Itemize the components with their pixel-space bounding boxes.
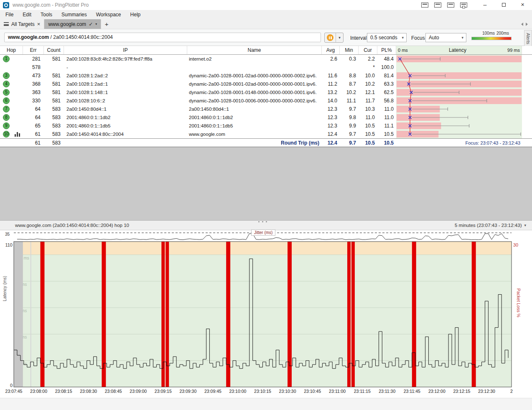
table-row[interactable]: 53635812a00:1028:1:148::1dynamic-2a00-10… — [0, 88, 532, 97]
y-axis-max-label: 110 — [4, 242, 13, 247]
tab-target[interactable]: www.google.com ✓ ▾ — [44, 19, 101, 29]
cell-name: internet.o2 — [187, 55, 322, 63]
cell-avg — [322, 63, 340, 71]
col-header-pl[interactable]: PL% — [377, 46, 396, 54]
cell-hop: 6 — [0, 97, 23, 105]
cell-pl: 63.3 — [377, 80, 396, 88]
cell-ip: 2a00:1450:80d4::1 — [64, 105, 187, 113]
scale-100ms-label: 100ms — [482, 31, 495, 36]
table-row[interactable]: 43685812a00:1028:1:2ad::1dynamic-2a00-10… — [0, 80, 532, 88]
col-header-err[interactable]: Err — [23, 46, 44, 54]
table-row[interactable]: 578-*100.0 — [0, 63, 532, 71]
table-row[interactable]: 9655832001:4860:0:1::1db52001:4860:0:1::… — [0, 122, 532, 130]
summary-row: 61 583 Round Trip (ms) 12.4 9.7 10.5 10.… — [0, 138, 532, 147]
table-row[interactable]: 10615832a00:1450:4014:80c::2004www.googl… — [0, 130, 532, 138]
monitor-icon[interactable] — [447, 3, 454, 8]
chevron-down-icon[interactable]: ▾ — [95, 22, 97, 26]
x-tick-label: 23:10:45 — [304, 389, 321, 394]
table-row[interactable]: 34735812a00:1028:1:2ad::2dynamic-2a00-10… — [0, 71, 532, 80]
summary-min: 9.7 — [340, 139, 359, 147]
menu-item-edit[interactable]: Edit — [18, 10, 36, 19]
menu-item-file[interactable]: File — [1, 10, 18, 19]
printer-icon[interactable] — [460, 3, 467, 8]
col-header-min[interactable]: Min — [340, 46, 359, 54]
hop-number-badge: 3 — [3, 72, 10, 79]
horizontal-scrollbar[interactable] — [0, 398, 532, 410]
close-tab-icon[interactable]: × — [37, 21, 41, 27]
cell-hop: 7 — [0, 105, 23, 113]
pause-dropdown[interactable]: ▾ — [336, 33, 343, 42]
close-button[interactable]: × — [513, 0, 532, 10]
new-tab-button[interactable]: + — [101, 19, 112, 29]
x-tick-label: 23:12:15 — [453, 389, 470, 394]
app-icon — [3, 2, 9, 8]
cell-count: 581 — [44, 80, 64, 88]
cell-err: 578 — [23, 63, 44, 71]
main-chart-svg: 20 ms40 ms60 ms80 ms100 ms23:07:4523:08:… — [0, 241, 532, 398]
cell-err: 64 — [23, 105, 44, 113]
cell-err: 473 — [23, 71, 44, 80]
menu-item-workspace[interactable]: Workspace — [92, 10, 126, 19]
cell-hop: 10 — [0, 130, 23, 138]
hop-number-badge: 6 — [3, 97, 10, 104]
keyboard-icon[interactable] — [421, 3, 428, 8]
cell-err: 330 — [23, 97, 44, 105]
table-row[interactable]: 7645832a00:1450:80d4::12a00:1450:80d4::1… — [0, 105, 532, 113]
cell-err: 64 — [23, 113, 44, 122]
table-row[interactable]: 12815812a00:1028:83c8:4fc2:828c:97ff:fed… — [0, 55, 532, 63]
cell-name: dynamic-2a00-1028-0010-0006-0000-0000-00… — [187, 97, 322, 105]
col-header-hop[interactable]: Hop — [0, 46, 23, 54]
jitter-label: Jitter (ms) — [251, 229, 275, 236]
col-header-avg[interactable]: Avg — [322, 46, 340, 54]
col-header-ip[interactable]: IP — [64, 46, 187, 54]
pause-resume-button[interactable]: ▾ — [324, 33, 344, 43]
x-tick-label: 23:09:00 — [130, 389, 147, 394]
cell-min: 11.1 — [340, 97, 359, 105]
focus-select[interactable]: Auto ▾ — [425, 33, 466, 42]
scroll-tabs-right-icon[interactable] — [526, 23, 528, 26]
col-header-latency[interactable]: 0 ms Latency 99 ms — [396, 46, 522, 54]
cell-min: 8.8 — [340, 71, 359, 80]
packet-loss-bar — [165, 242, 169, 387]
maximize-button[interactable] — [494, 0, 513, 10]
graph-panel-header: www.google.com (2a00:1450:4014:80c::2004… — [0, 220, 532, 230]
x-tick-label: 23:11:00 — [329, 389, 346, 394]
col-header-name[interactable]: Name — [187, 46, 322, 54]
minimize-button[interactable]: – — [476, 0, 494, 10]
col-header-cur[interactable]: Cur — [359, 46, 377, 54]
cell-latency-graph — [396, 130, 522, 138]
cell-count — [44, 63, 64, 71]
x-tick-label: 23:10:00 — [229, 389, 247, 394]
cell-pl: 11.0 — [377, 113, 396, 122]
jitter-max-label: 35 — [5, 232, 10, 237]
scale-200ms-label: 200ms — [496, 31, 509, 36]
tab-all-targets[interactable]: All Targets × — [0, 19, 44, 29]
chevron-down-icon[interactable]: ▾ — [524, 223, 526, 227]
cell-cur: 10.5 — [359, 130, 377, 138]
cell-hop — [0, 63, 23, 71]
col-header-count[interactable]: Count — [44, 46, 64, 54]
packet-loss-bar — [288, 242, 292, 387]
tab-bar: All Targets × www.google.com ✓ ▾ + — [0, 19, 532, 29]
window-layout-icon[interactable] — [434, 3, 441, 8]
table-row[interactable]: 63305812a00:1028:10:6::2dynamic-2a00-102… — [0, 97, 532, 105]
alerts-side-tab[interactable]: Alerts — [524, 30, 532, 47]
x-tick-label: 23:08:30 — [80, 389, 97, 394]
cell-min: 10.2 — [340, 88, 359, 97]
chevron-down-icon: ▾ — [402, 36, 406, 40]
graph-time-range[interactable]: 5 minutes (23:07:43 - 23:12:43) — [455, 223, 522, 228]
graph-indicator-icon — [15, 132, 20, 137]
menu-item-help[interactable]: Help — [126, 10, 145, 19]
menu-item-tools[interactable]: Tools — [36, 10, 57, 19]
interval-select[interactable]: 0.5 seconds ▾ — [367, 33, 407, 42]
menu-item-summaries[interactable]: Summaries — [57, 10, 92, 19]
splitter-handle[interactable] — [258, 221, 260, 222]
x-tick-label: 23:11:30 — [379, 389, 395, 394]
target-address-input[interactable]: www.google.com / 2a00:1450:4014:80c::200… — [4, 33, 321, 42]
cell-min: 9.9 — [340, 122, 359, 130]
scroll-tabs-left-icon[interactable] — [521, 23, 523, 26]
pause-icon[interactable] — [325, 33, 336, 42]
cell-pl: 10.5 — [377, 130, 396, 138]
x-tick-label: 23:11:15 — [354, 389, 371, 394]
table-row[interactable]: 8645832001:4860:0:1::1db22001:4860:0:1::… — [0, 113, 532, 122]
